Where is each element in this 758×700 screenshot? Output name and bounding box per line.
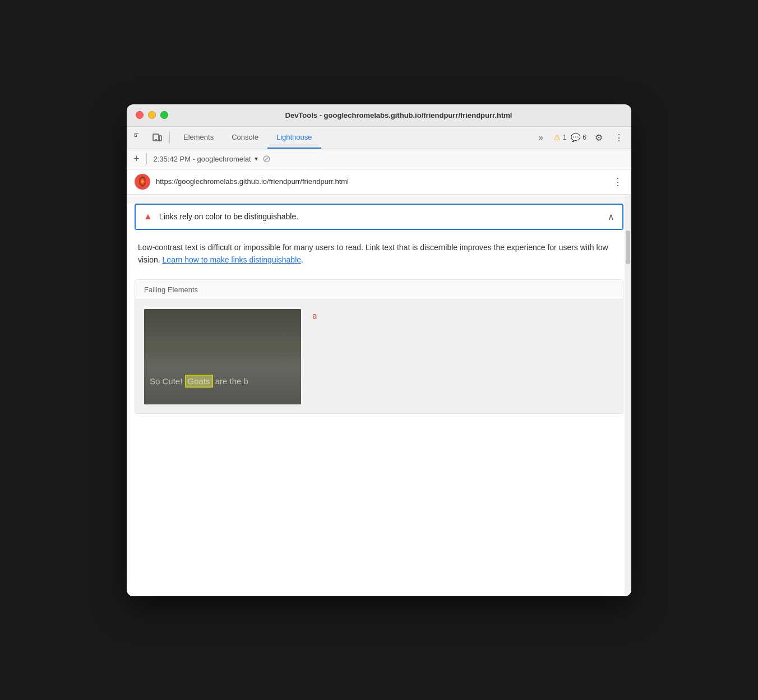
toolbar-right: » ⚠ 1 💬 6 ⚙ ⋮: [533, 130, 627, 145]
more-tabs-icon[interactable]: »: [533, 130, 549, 145]
add-button[interactable]: +: [133, 154, 140, 164]
devtools-toolbar: Elements Console Lighthouse » ⚠ 1 💬 6 ⚙ …: [127, 127, 631, 149]
toolbar-sep-1: [169, 132, 170, 143]
message-icon: 💬: [571, 133, 580, 142]
audit-header[interactable]: ▲ Links rely on color to be distinguisha…: [136, 205, 622, 229]
cursor-tool-icon[interactable]: [131, 130, 147, 145]
tab-list: Elements Console Lighthouse: [174, 127, 321, 149]
audit-description: Low-contrast text is difficult or imposs…: [127, 234, 631, 275]
warning-badge[interactable]: ⚠ 1: [553, 133, 567, 142]
main-content: ▲ Links rely on color to be distinguisha…: [127, 195, 631, 596]
page-url: https://googlechromelabs.github.io/frien…: [156, 177, 607, 186]
window-title: DevTools - googlechromelabs.github.io/fr…: [175, 111, 622, 119]
traffic-lights: [136, 111, 168, 119]
devtools-window: DevTools - googlechromelabs.github.io/fr…: [127, 104, 631, 596]
audit-item: ▲ Links rely on color to be distinguisha…: [135, 204, 623, 230]
screenshot-highlighted-text: Goats: [185, 375, 213, 388]
element-code: a: [312, 309, 317, 320]
url-more-icon[interactable]: ⋮: [613, 176, 623, 188]
tab-elements[interactable]: Elements: [174, 126, 223, 149]
url-row: 🏮 https://googlechromelabs.github.io/fri…: [127, 169, 631, 195]
svg-rect-0: [135, 133, 138, 133]
minimize-button[interactable]: [148, 111, 156, 119]
tab-lighthouse[interactable]: Lighthouse: [267, 126, 321, 149]
failing-elements-section: Failing Elements So Cute! Goats are the …: [135, 279, 623, 414]
tab-console[interactable]: Console: [223, 126, 267, 149]
settings-icon[interactable]: ⚙: [591, 130, 607, 145]
clear-button[interactable]: ⊘: [262, 153, 271, 165]
svg-rect-6: [159, 136, 161, 141]
audit-warning-icon: ▲: [144, 211, 152, 222]
toolbar-sep-2: [146, 153, 147, 164]
screenshot-text: So Cute! Goats are the b: [150, 375, 248, 388]
learn-link[interactable]: Learn how to make links distinguishable: [163, 255, 301, 264]
audit-panel: ▲ Links rely on color to be distinguisha…: [127, 204, 631, 596]
more-menu-icon[interactable]: ⋮: [611, 130, 627, 145]
svg-rect-4: [135, 135, 137, 135]
device-toggle-icon[interactable]: [149, 130, 165, 145]
scrollbar-thumb[interactable]: [626, 231, 630, 264]
lighthouse-logo: 🏮: [135, 174, 150, 190]
url-bar: 2:35:42 PM - googlechromelat ▾: [154, 155, 258, 163]
secondary-toolbar: + 2:35:42 PM - googlechromelat ▾ ⊘: [127, 149, 631, 169]
message-badge[interactable]: 💬 6: [571, 133, 586, 142]
failing-elements-body: So Cute! Goats are the b a: [135, 300, 623, 413]
dropdown-arrow-icon[interactable]: ▾: [255, 155, 258, 163]
audit-title: Links rely on color to be distinguishabl…: [159, 212, 601, 221]
element-screenshot: So Cute! Goats are the b: [144, 309, 301, 404]
title-bar: DevTools - googlechromelabs.github.io/fr…: [127, 104, 631, 127]
time-url-label: 2:35:42 PM - googlechromelat: [154, 155, 251, 163]
scrollbar[interactable]: [625, 195, 631, 596]
audit-collapse-icon[interactable]: ∧: [608, 211, 614, 222]
warning-triangle-icon: ⚠: [553, 133, 561, 142]
failing-elements-header: Failing Elements: [135, 280, 623, 300]
close-button[interactable]: [136, 111, 144, 119]
maximize-button[interactable]: [160, 111, 168, 119]
